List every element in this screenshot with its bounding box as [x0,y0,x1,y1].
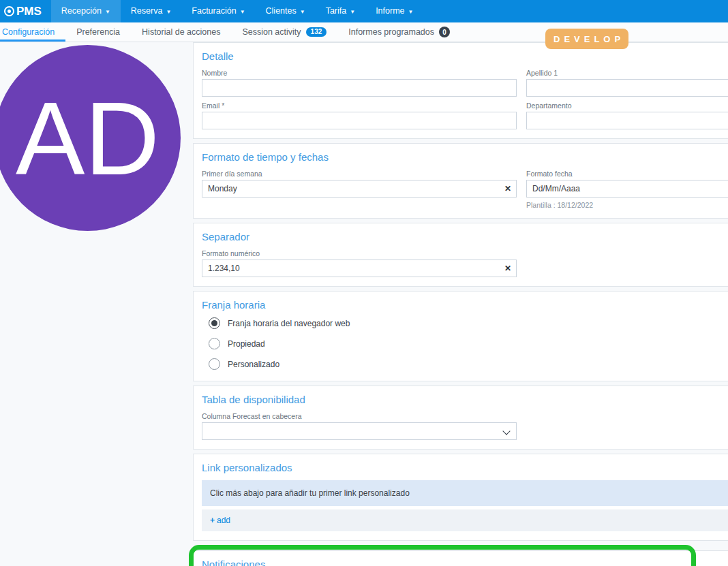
add-link-button[interactable]: +add [202,509,728,531]
section-title: Tabla de disponibilidad [202,394,728,405]
section-title: Separador [202,231,728,242]
avatar: AD [0,45,181,231]
notificaciones-highlight-area: Notificaciones Recibir notificaciones po… [193,550,728,566]
clear-icon[interactable]: ✕ [504,185,511,193]
radio-personalizado[interactable]: Personalizado [209,358,728,370]
departamento-input[interactable] [526,112,728,129]
tab-session-activity[interactable]: Session activity132 [231,22,337,42]
pms-logo-icon [4,6,14,16]
top-navbar: PMS Recepción▼ Reserva▼ Facturación▼ Cli… [0,0,728,22]
nav-item-clientes[interactable]: Clientes▼ [256,0,316,22]
section-title: Notificaciones [202,559,728,566]
tab-configuracion[interactable]: Configuración [0,22,65,42]
nav-item-informe[interactable]: Informe▼ [365,0,423,22]
nav-item-recepcion[interactable]: Recepción▼ [51,0,121,22]
section-separador: Separador Formato numérico ✕ [193,223,728,287]
email-label: Email * [202,101,517,110]
nombre-input[interactable] [202,79,517,97]
radio-unselected-icon [209,338,220,349]
nav-item-reserva[interactable]: Reserva▼ [121,0,181,22]
radio-selected-icon [209,317,220,329]
nombre-label: Nombre [202,69,517,77]
forecast-label: Columna Forecast en cabecera [202,412,728,420]
configuration-form: Detalle Nombre Apellido 1 Email * Depart… [193,42,728,566]
session-activity-count-badge: 132 [306,27,327,37]
section-title: Formato de tiempo y fechas [202,151,728,163]
section-formato-tiempo-fechas: Formato de tiempo y fechas Primer día se… [193,143,728,219]
formato-numerico-input[interactable] [202,260,517,277]
informes-programados-count-badge: 0 [439,27,450,37]
develop-environment-badge: DEVELOP [545,29,628,49]
links-empty-message: Clic más abajo para añadir tu primer lin… [202,480,728,506]
caret-down-icon: ▼ [350,9,355,15]
formato-fecha-input[interactable] [526,180,728,198]
email-input[interactable] [202,112,517,129]
nav-item-tarifa[interactable]: Tarifa▼ [316,0,366,22]
radio-unselected-icon [209,358,220,370]
plantilla-hint: Plantilla : 18/12/2022 [526,201,728,209]
plus-icon: + [210,516,215,525]
formato-fecha-label: Formato fecha [526,170,728,178]
section-franja-horaria: Franja horaria Franja horaria del navega… [193,291,728,381]
primer-dia-label: Primer día semana [202,170,517,178]
pms-logo[interactable]: PMS [3,5,42,18]
section-title: Link personalizados [202,462,728,473]
section-title: Franja horaria [202,299,728,311]
clear-icon[interactable]: ✕ [504,264,511,272]
radio-propiedad[interactable]: Propiedad [209,338,728,349]
chevron-down-icon [502,427,510,435]
formato-numerico-label: Formato numérico [202,249,517,257]
section-link-personalizados: Link personalizados Clic más abajo para … [193,454,728,541]
caret-down-icon: ▼ [105,9,110,15]
tab-preferencia[interactable]: Preferencia [65,22,131,42]
apellido-input[interactable] [526,79,728,97]
nav-item-facturacion[interactable]: Facturación▼ [181,0,255,22]
tab-historial-de-acciones[interactable]: Historial de acciones [131,22,231,42]
section-notificaciones: Notificaciones Recibir notificaciones po… [193,550,728,566]
tab-informes-programados[interactable]: Informes programados0 [337,22,461,42]
apellido-label: Apellido 1 [526,69,728,77]
section-title: Detalle [202,50,728,62]
radio-franja-navegador[interactable]: Franja horaria del navegador web [209,317,728,329]
pms-logo-text: PMS [16,5,42,18]
section-detalle: Detalle Nombre Apellido 1 Email * Depart… [193,42,728,139]
caret-down-icon: ▼ [408,9,414,15]
forecast-select[interactable] [202,422,517,440]
caret-down-icon: ▼ [300,9,305,15]
primer-dia-input[interactable] [202,180,517,198]
departamento-label: Departamento [526,101,728,110]
caret-down-icon: ▼ [166,9,171,15]
section-tabla-disponibilidad: Tabla de disponibilidad Columna Forecast… [193,386,728,450]
caret-down-icon: ▼ [240,9,245,15]
